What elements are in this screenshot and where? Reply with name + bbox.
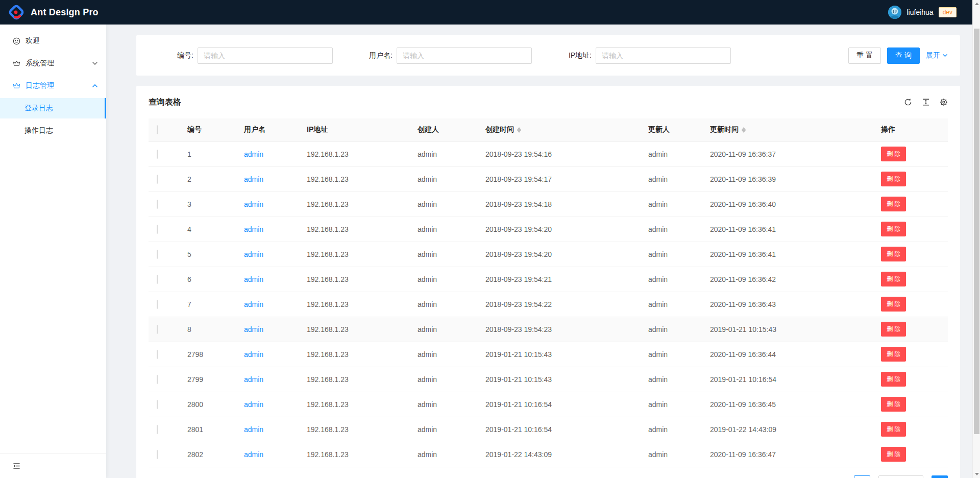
scroll-down-arrow-icon[interactable] (973, 470, 980, 478)
username-label: 用户名: (348, 51, 397, 60)
sidebar-item-welcome[interactable]: 欢迎 (0, 31, 106, 51)
column-header-actions: 操作 (873, 118, 948, 141)
table-row: 3 admin 192.168.1.23 admin 2018-09-23 19… (149, 192, 948, 217)
cell-id: 7 (179, 292, 236, 317)
delete-button[interactable]: 删 除 (881, 197, 906, 211)
reset-button[interactable]: 重 置 (848, 47, 881, 64)
scroll-up-arrow-icon[interactable] (973, 0, 980, 8)
settings-gear-icon[interactable] (939, 98, 948, 107)
ip-input[interactable] (596, 47, 731, 64)
username-link[interactable]: admin (244, 175, 263, 183)
density-icon[interactable] (921, 98, 930, 107)
sidebar-item-log-management[interactable]: 日志管理 (0, 76, 106, 96)
sidebar-item-operation-log[interactable]: 操作日志 (0, 121, 106, 141)
cell-create-time: 2018-09-23 19:54:20 (477, 217, 640, 242)
username-link[interactable]: admin (244, 425, 263, 434)
sidebar: 欢迎 系统管理 日志管理 登录日志 (0, 25, 106, 478)
cell-create-time: 2019-01-21 10:15:43 (477, 367, 640, 392)
username-link[interactable]: admin (244, 325, 263, 333)
id-input[interactable] (198, 47, 333, 64)
row-checkbox[interactable] (157, 200, 158, 209)
cell-creator: admin (409, 342, 477, 367)
username-link[interactable]: admin (244, 350, 263, 358)
row-checkbox[interactable] (157, 225, 158, 234)
username-link[interactable]: admin (244, 200, 263, 208)
username-link[interactable]: admin (244, 150, 263, 158)
cell-id: 2800 (179, 392, 236, 417)
sidebar-item-label: 日志管理 (26, 81, 92, 90)
sorter-icon[interactable] (517, 127, 521, 133)
row-checkbox[interactable] (157, 325, 158, 334)
sidebar-item-system-management[interactable]: 系统管理 (0, 53, 106, 74)
delete-button[interactable]: 删 除 (881, 347, 906, 362)
username-link[interactable]: admin (244, 250, 263, 258)
menu-fold-icon[interactable] (12, 462, 21, 470)
reload-icon[interactable] (903, 98, 912, 107)
delete-button[interactable]: 删 除 (881, 422, 906, 437)
cell-ip: 192.168.1.23 (299, 442, 409, 467)
user-avatar[interactable] (888, 6, 901, 19)
delete-button[interactable]: 删 除 (881, 247, 906, 261)
pagination-partial-button[interactable] (932, 475, 948, 478)
username-link[interactable]: admin (244, 225, 263, 233)
delete-button[interactable]: 删 除 (881, 397, 906, 412)
page-size-select[interactable] (878, 475, 923, 478)
cell-ip: 192.168.1.23 (299, 192, 409, 217)
delete-button[interactable]: 删 除 (881, 447, 906, 462)
query-button[interactable]: 查 询 (887, 47, 920, 64)
sidebar-item-label: 操作日志 (24, 126, 98, 135)
username-link[interactable]: admin (244, 375, 263, 384)
delete-button[interactable]: 删 除 (881, 322, 906, 337)
username-text[interactable]: liufeihua (906, 8, 933, 16)
cell-updater: admin (640, 317, 702, 342)
cell-update-time: 2020-11-09 16:36:43 (702, 292, 873, 317)
delete-button[interactable]: 删 除 (881, 147, 906, 161)
username-link[interactable]: admin (244, 450, 263, 459)
delete-button[interactable]: 删 除 (881, 297, 906, 312)
brand[interactable]: Ant Design Pro (8, 4, 99, 20)
app-window: Ant Design Pro liufeihua dev (0, 0, 980, 478)
row-checkbox[interactable] (157, 375, 158, 384)
pagination-page-1[interactable]: 1 (854, 475, 870, 478)
cell-update-time: 2019-01-21 10:15:43 (702, 317, 873, 342)
table-row: 2799 admin 192.168.1.23 admin 2019-01-21… (149, 367, 948, 392)
window-scrollbar (972, 0, 980, 478)
cell-ip: 192.168.1.23 (299, 267, 409, 292)
select-all-checkbox[interactable] (157, 125, 158, 134)
row-checkbox[interactable] (157, 150, 158, 159)
row-checkbox[interactable] (157, 300, 158, 309)
delete-button[interactable]: 删 除 (881, 222, 906, 236)
cell-updater: admin (640, 141, 702, 166)
cell-ip: 192.168.1.23 (299, 417, 409, 442)
username-link[interactable]: admin (244, 300, 263, 308)
username-input[interactable] (397, 47, 532, 64)
sorter-icon[interactable] (742, 127, 746, 133)
cell-updater: admin (640, 166, 702, 192)
delete-button[interactable]: 删 除 (881, 272, 906, 286)
row-checkbox[interactable] (157, 400, 158, 409)
scrollbar-thumb[interactable] (974, 29, 979, 434)
app-title: Ant Design Pro (31, 7, 99, 18)
row-checkbox[interactable] (157, 350, 158, 359)
username-link[interactable]: admin (244, 275, 263, 283)
delete-button[interactable]: 删 除 (881, 172, 906, 186)
form-item-id: 编号: (149, 47, 348, 64)
table-row: 1 admin 192.168.1.23 admin 2018-09-23 19… (149, 141, 948, 166)
row-checkbox[interactable] (157, 175, 158, 184)
cell-create-time: 2019-01-21 10:16:54 (477, 392, 640, 417)
column-header-create-time[interactable]: 创建时间 (485, 125, 521, 134)
expand-link[interactable]: 展开 (926, 51, 948, 60)
delete-button[interactable]: 删 除 (881, 372, 906, 387)
cell-id: 5 (179, 242, 236, 267)
cell-ip: 192.168.1.23 (299, 392, 409, 417)
row-checkbox[interactable] (157, 425, 158, 434)
username-link[interactable]: admin (244, 400, 263, 409)
sidebar-item-login-log[interactable]: 登录日志 (0, 98, 106, 118)
search-form-card: 编号: 用户名: IP地址: 重 置 查 询 展开 (136, 35, 960, 76)
row-checkbox[interactable] (157, 450, 158, 459)
table-row: 8 admin 192.168.1.23 admin 2018-09-23 19… (149, 317, 948, 342)
ant-design-logo-icon (8, 4, 24, 20)
row-checkbox[interactable] (157, 275, 158, 284)
column-header-update-time[interactable]: 更新时间 (710, 125, 746, 134)
row-checkbox[interactable] (157, 250, 158, 259)
